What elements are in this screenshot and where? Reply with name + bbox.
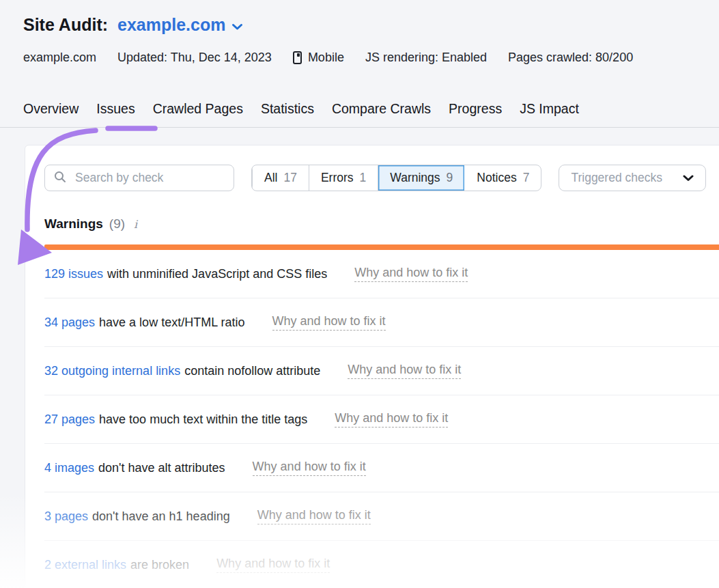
filter-label: All xyxy=(264,171,277,185)
issue-count-link[interactable]: 2 external links xyxy=(44,558,126,572)
why-how-to-fix-link[interactable]: Why and how to fix it xyxy=(335,411,448,428)
tab[interactable]: JS Impact xyxy=(520,101,579,117)
tab[interactable]: Progress xyxy=(449,101,502,117)
issue-description: don't have an h1 heading xyxy=(92,509,230,524)
warning-row: 34 pages have a low text/HTML ratio Why … xyxy=(44,298,719,347)
issue-description: with unminified JavaScript and CSS files xyxy=(107,267,327,281)
info-icon[interactable]: i xyxy=(134,218,137,231)
project-name: example.com xyxy=(117,15,225,35)
severity-filter-group: All 17 Errors 1 Warnings 9 Notices 7 xyxy=(251,165,541,191)
why-how-to-fix-link[interactable]: Why and how to fix it xyxy=(354,266,468,282)
warning-row: 129 issues with unminified JavaScript an… xyxy=(44,250,719,298)
tab[interactable]: Issues xyxy=(96,101,135,117)
issues-panel: All 17 Errors 1 Warnings 9 Notices 7 xyxy=(25,145,719,588)
warning-row: 32 outgoing internal links contain nofol… xyxy=(44,347,719,395)
severity-filter-segment[interactable]: Errors 1 xyxy=(309,165,378,191)
issue-count-link[interactable]: 4 images xyxy=(44,461,94,475)
issue-count-link[interactable]: 129 issues xyxy=(44,267,103,281)
issue-count-link[interactable]: 3 pages xyxy=(44,509,88,524)
tab[interactable]: Overview xyxy=(23,101,79,117)
filter-label: Warnings xyxy=(390,171,440,185)
mobile-phone-icon xyxy=(293,51,302,64)
chevron-down-icon xyxy=(683,171,694,185)
warnings-severity-bar xyxy=(44,244,719,250)
warnings-title: Warnings xyxy=(44,216,103,232)
search-icon xyxy=(54,171,66,186)
warning-row: 27 pages have too much text within the t… xyxy=(44,395,719,444)
triggered-checks-dropdown[interactable]: Triggered checks xyxy=(559,165,706,191)
tab[interactable]: Crawled Pages xyxy=(153,101,243,117)
issues-toolbar: All 17 Errors 1 Warnings 9 Notices 7 xyxy=(44,165,706,191)
filter-count: 9 xyxy=(447,171,453,185)
meta-updated: Updated: Thu, Dec 14, 2023 xyxy=(117,51,272,65)
why-how-to-fix-link[interactable]: Why and how to fix it xyxy=(253,460,366,476)
meta-domain: example.com xyxy=(23,51,96,65)
meta-pages-crawled: Pages crawled: 80/200 xyxy=(508,51,633,65)
issue-count-link[interactable]: 32 outgoing internal links xyxy=(44,364,180,378)
filter-count: 7 xyxy=(523,171,530,185)
tabs-divider xyxy=(0,127,719,128)
why-how-to-fix-link[interactable]: Why and how to fix it xyxy=(348,363,461,379)
warning-row: 2 external links are broken Why and how … xyxy=(44,541,719,588)
tab-bar: Overview Issues Crawled Pages Statistics… xyxy=(23,101,579,117)
warnings-count: (9) xyxy=(109,216,125,232)
why-how-to-fix-link[interactable]: Why and how to fix it xyxy=(216,557,330,573)
meta-js-rendering: JS rendering: Enabled xyxy=(365,51,487,65)
chevron-down-icon xyxy=(231,15,243,35)
issue-count-link[interactable]: 34 pages xyxy=(44,316,95,330)
tab[interactable]: Compare Crawls xyxy=(332,101,431,117)
why-how-to-fix-link[interactable]: Why and how to fix it xyxy=(272,314,386,331)
warning-row: 3 pages don't have an h1 heading Why and… xyxy=(44,492,719,541)
issue-description: have a low text/HTML ratio xyxy=(99,316,244,330)
meta-device: Mobile xyxy=(293,51,344,65)
page-title: Site Audit: xyxy=(23,15,108,35)
issue-description: don't have alt attributes xyxy=(98,461,225,475)
filter-count: 17 xyxy=(283,171,296,185)
filter-count: 1 xyxy=(360,171,367,185)
warnings-list: 129 issues with unminified JavaScript an… xyxy=(44,250,719,588)
page-header: Site Audit: example.com xyxy=(23,15,243,35)
why-how-to-fix-link[interactable]: Why and how to fix it xyxy=(257,508,371,524)
severity-filter-segment[interactable]: Warnings 9 xyxy=(378,165,464,191)
search-input[interactable] xyxy=(74,170,225,186)
audit-meta-bar: example.com Updated: Thu, Dec 14, 2023 M… xyxy=(23,51,633,65)
warnings-section-header: Warnings (9) i xyxy=(44,216,137,232)
warning-row: 4 images don't have alt attributes Why a… xyxy=(44,444,719,492)
triggered-checks-label: Triggered checks xyxy=(571,171,662,185)
issue-description: have too much text within the title tags xyxy=(99,412,307,427)
issue-description: contain nofollow attribute xyxy=(184,364,320,378)
filter-label: Notices xyxy=(477,171,516,185)
severity-filter-segment[interactable]: Notices 7 xyxy=(464,165,541,191)
filter-label: Errors xyxy=(321,171,354,185)
meta-device-label: Mobile xyxy=(308,51,344,65)
issue-count-link[interactable]: 27 pages xyxy=(44,412,95,427)
search-by-check-box[interactable] xyxy=(44,165,234,191)
tab[interactable]: Statistics xyxy=(261,101,314,117)
severity-filter-segment[interactable]: All 17 xyxy=(252,165,309,191)
project-selector[interactable]: example.com xyxy=(117,15,243,35)
issue-description: are broken xyxy=(130,558,189,572)
